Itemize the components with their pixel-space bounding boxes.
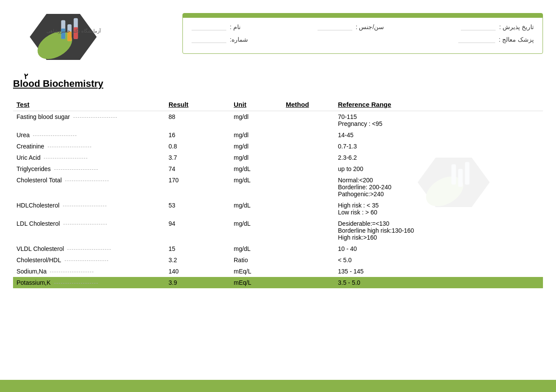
table-row: Cholesterol/HDL3.2Ratio< 5.0 [13,254,543,266]
test-name-text: Sodium,Na [17,268,46,275]
cell-test-name: Uric Acid [13,152,165,163]
cell-result: 53 [165,200,230,218]
dotted-separator [63,224,107,224]
dotted-separator [67,249,111,250]
svg-text:آزمایشگاه دکتر خسروشاهی: آزمایشگاه دکتر خسروشاهی [46,28,101,34]
dotted-separator [54,169,98,170]
cell-unit: mg/dL [230,243,282,254]
table-row: HDLCholesterol53mg/dLHigh risk : < 35 Lo… [13,200,543,218]
cell-unit: mg/dl [230,152,282,163]
cell-unit: mEq/L [230,266,282,277]
dotted-separator [65,181,109,181]
cell-result: 0.8 [165,141,230,152]
table-row: Triglycerides74mg/dLup to 200 [13,163,543,175]
gender-label: سن/جنس : [356,23,384,30]
table-row: LDL Cholesterol94mg/dLDesiderable:=<130 … [13,218,543,243]
col-header-method: Method [282,98,334,111]
test-name-text: Cholesterol/HDL [17,257,61,264]
cell-reference: Normal:<200 Borderline: 200-240 Pathogen… [334,175,543,200]
cell-unit: mg/dl [230,141,282,152]
dotted-separator [65,260,108,261]
cell-method [282,277,334,288]
cell-method [282,200,334,218]
main-content: Blood Biochemistry Test Result Unit Meth… [0,69,556,297]
test-name-text: Uric Acid [17,154,40,161]
cell-result: 74 [165,163,230,175]
number-value [192,36,226,43]
cell-result: 15 [165,243,230,254]
dotted-separator [54,283,98,283]
cell-result: 94 [165,218,230,243]
cell-unit: Ratio [230,254,282,266]
cell-reference: 0.7-1.3 [334,141,543,152]
cell-test-name: Triglycerides [13,163,165,175]
date-value [461,23,496,30]
cell-test-name: Cholesterol Total [13,175,165,200]
cell-result: 140 [165,266,230,277]
cell-method [282,243,334,254]
dotted-separator [73,117,117,118]
col-header-unit: Unit [230,98,282,111]
col-header-reference: Reference Range [334,98,543,111]
test-name-text: HDLCholesterol [17,202,60,209]
biochemistry-table: Test Result Unit Method Reference Range … [13,98,543,288]
cell-unit: mg/dL [230,175,282,200]
date-field: تاریخ پذیرش : [461,23,534,30]
cell-method [282,254,334,266]
cell-reference: 2.3-6.2 [334,152,543,163]
test-name-text: Fasting blood sugar [17,113,70,120]
dotted-separator [50,272,93,272]
dotted-separator [48,147,91,147]
table-header: Test Result Unit Method Reference Range [13,98,543,111]
cell-reference: Desiderable:=<130 Borderline high risk:1… [334,218,543,243]
col-header-test: Test [13,98,165,111]
footer-bar [0,380,556,392]
section-title: Blood Biochemistry [13,78,543,89]
cell-test-name: Cholesterol/HDL [13,254,165,266]
dotted-separator [33,135,76,136]
cell-unit: mg/dL [230,200,282,218]
info-row-2: پزشک معالج : شماره: [192,36,534,43]
date-label: تاریخ پذیرش : [499,23,534,30]
cell-method [282,141,334,152]
cell-unit: mg/dL [230,218,282,243]
cell-reference: 70-115 Pregnancy : <95 [334,111,543,130]
cell-result: 3.2 [165,254,230,266]
test-name-text: VLDL Cholesterol [17,245,64,252]
cell-test-name: LDL Cholesterol [13,218,165,243]
number-field: شماره: [192,36,248,43]
cell-result: 170 [165,175,230,200]
cell-method [282,163,334,175]
cell-method [282,152,334,163]
cell-reference: High risk : < 35 Low risk : > 60 [334,200,543,218]
cell-method [282,218,334,243]
cell-method [282,266,334,277]
cell-test-name: Potassium,K [13,277,165,288]
info-box-header-bar [183,13,543,18]
name-value [192,23,226,30]
logo-image: آزمایشگاه دکتر خسروشاهی Dr. KHOSROSHAHI … [13,9,126,65]
cell-unit: mEq/L [230,277,282,288]
test-name-text: LDL Cholesterol [17,220,60,227]
table-row: Potassium,K3.9mEq/L3.5 - 5.0 [13,277,543,288]
cell-unit: mg/dl [230,111,282,130]
cell-reference: up to 200 [334,163,543,175]
doctor-field: پزشک معالج : [458,36,534,43]
table-body: Fasting blood sugar88mg/dl70-115 Pregnan… [13,111,543,289]
name-label: نام : [230,23,241,30]
info-box: تاریخ پذیرش : سن/جنس : نام : [182,13,543,54]
test-name-text: Creatinine [17,143,44,150]
table-row: Sodium,Na140mEq/L135 - 145 [13,266,543,277]
cell-test-name: Creatinine [13,141,165,152]
cell-reference: < 5.0 [334,254,543,266]
table-row: Creatinine0.8mg/dl0.7-1.3 [13,141,543,152]
test-name-text: Cholesterol Total [17,177,62,184]
cell-result: 16 [165,129,230,141]
info-row-1: تاریخ پذیرش : سن/جنس : نام : [192,23,534,30]
cell-result: 3.9 [165,277,230,288]
table-row: VLDL Cholesterol15mg/dL10 - 40 [13,243,543,254]
cell-reference: 135 - 145 [334,266,543,277]
dotted-separator [44,158,87,158]
table-row: Fasting blood sugar88mg/dl70-115 Pregnan… [13,111,543,130]
test-name-text: Triglycerides [17,165,51,172]
